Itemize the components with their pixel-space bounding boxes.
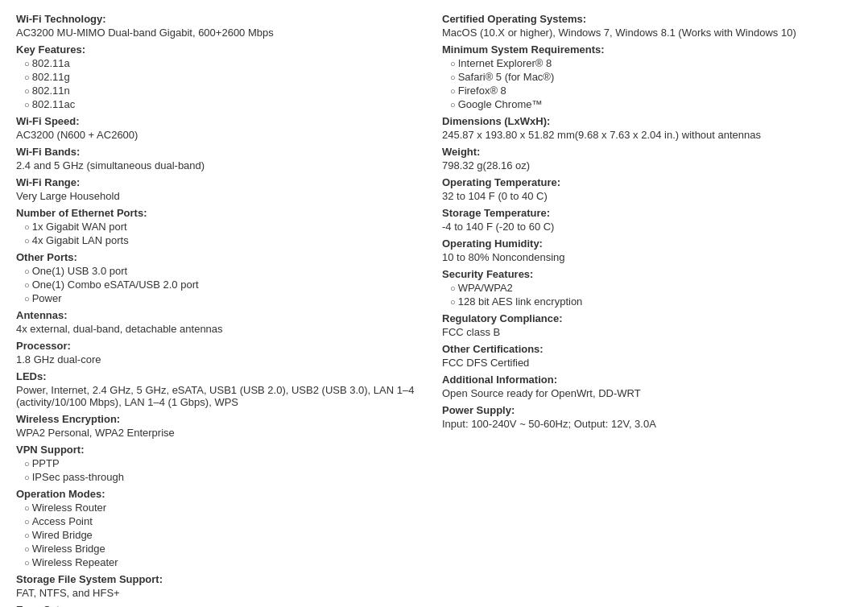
spec-label: Additional Information: [442,374,852,386]
spec-label: Wireless Encryption: [16,413,426,425]
spec-label: Easy Setup: [16,604,426,607]
spec-value: Input: 100-240V ~ 50-60Hz; Output: 12V, … [442,418,852,430]
bullet-item: Wireless Router [16,502,426,514]
spec-label: Wi-Fi Range: [16,176,426,188]
spec-label: Wi-Fi Technology: [16,13,426,25]
spec-value: Power, Internet, 2.4 GHz, 5 GHz, eSATA, … [16,384,426,408]
spec-label: Operating Temperature: [442,176,852,188]
spec-label: Regulatory Compliance: [442,312,852,324]
bullet-item: One(1) Combo eSATA/USB 2.0 port [16,279,426,291]
spec-label: Security Features: [442,268,852,280]
bullet-item: 802.11g [16,71,426,83]
spec-label: Wi-Fi Speed: [16,115,426,127]
bullet-item: 1x Gigabit WAN port [16,221,426,233]
spec-label: VPN Support: [16,444,426,456]
spec-label: Certified Operating Systems: [442,13,852,25]
spec-value: 32 to 104 F (0 to 40 C) [442,190,852,202]
spec-value: Very Large Household [16,190,426,202]
spec-label: Wi-Fi Bands: [16,146,426,158]
spec-value: 798.32 g(28.16 oz) [442,159,852,171]
spec-label: Processor: [16,340,426,352]
bullet-item: 802.11a [16,57,426,69]
bullet-item: IPSec pass-through [16,471,426,483]
bullet-item: One(1) USB 3.0 port [16,265,426,277]
spec-value: 4x external, dual-band, detachable anten… [16,323,426,335]
bullet-item: Internet Explorer® 8 [442,57,852,69]
spec-label: LEDs: [16,370,426,382]
right-column: Certified Operating Systems:MacOS (10.X … [442,8,852,607]
spec-label: Operating Humidity: [442,237,852,250]
bullet-item: 4x Gigabit LAN ports [16,234,426,246]
spec-label: Operation Modes: [16,488,426,500]
bullet-item: PPTP [16,457,426,469]
spec-label: Dimensions (LxWxH): [442,115,852,127]
bullet-item: Google Chrome™ [442,98,852,110]
spec-value: Open Source ready for OpenWrt, DD-WRT [442,387,852,399]
spec-label: Storage File System Support: [16,573,426,585]
spec-value: AC3200 (N600 + AC2600) [16,129,426,141]
spec-value: FAT, NTFS, and HFS+ [16,587,426,599]
spec-label: Weight: [442,146,852,158]
left-column: Wi-Fi Technology:AC3200 MU-MIMO Dual-ban… [16,8,426,607]
spec-label: Number of Ethernet Ports: [16,207,426,219]
specs-container: Wi-Fi Technology:AC3200 MU-MIMO Dual-ban… [16,8,852,607]
bullet-item: Access Point [16,515,426,527]
spec-label: Other Ports: [16,251,426,263]
spec-value: AC3200 MU-MIMO Dual-band Gigabit, 600+26… [16,27,426,39]
spec-value: FCC DFS Certified [442,357,852,369]
spec-value: MacOS (10.X or higher), Windows 7, Windo… [442,27,852,39]
bullet-item: 802.11ac [16,98,426,110]
spec-label: Storage Temperature: [442,207,852,219]
spec-value: 10 to 80% Noncondensing [442,251,852,263]
bullet-item: Wired Bridge [16,529,426,541]
spec-value: 2.4 and 5 GHz (simultaneous dual-band) [16,159,426,171]
spec-value: WPA2 Personal, WPA2 Enterprise [16,427,426,439]
spec-value: FCC class B [442,326,852,338]
bullet-item: 128 bit AES link encryption [442,295,852,308]
spec-label: Power Supply: [442,404,852,416]
spec-label: Minimum System Requirements: [442,43,852,56]
bullet-item: 802.11n [16,85,426,97]
spec-value: -4 to 140 F (-20 to 60 C) [442,221,852,233]
bullet-item: Power [16,292,426,304]
spec-label: Antennas: [16,309,426,321]
spec-value: 1.8 GHz dual-core [16,353,426,365]
spec-value: 245.87 x 193.80 x 51.82 mm(9.68 x 7.63 x… [442,129,852,141]
bullet-item: Firefox® 8 [442,85,852,97]
spec-label: Other Certifications: [442,343,852,355]
bullet-item: Safari® 5 (for Mac®) [442,71,852,83]
bullet-item: Wireless Repeater [16,556,426,568]
bullet-item: Wireless Bridge [16,543,426,555]
bullet-item: WPA/WPA2 [442,282,852,294]
spec-label: Key Features: [16,43,426,56]
